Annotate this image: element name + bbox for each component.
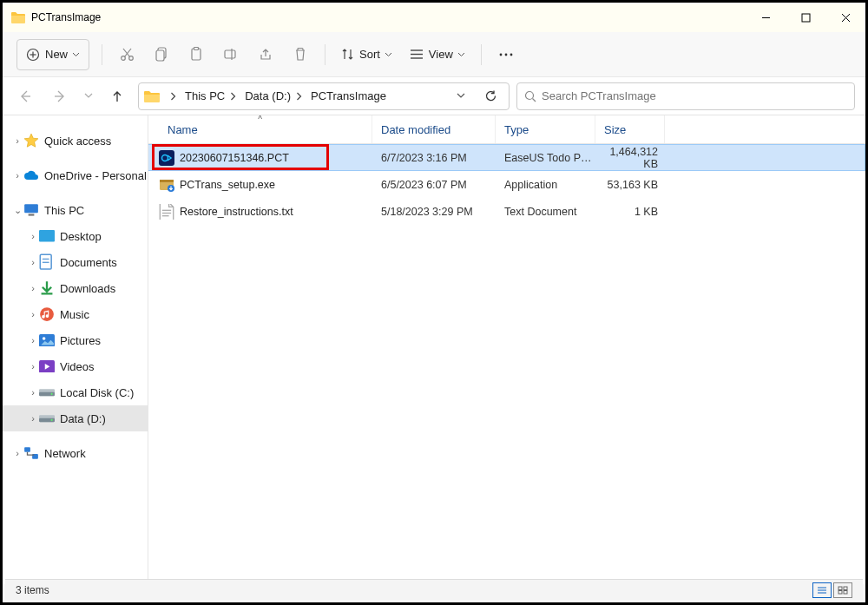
up-button[interactable] (103, 82, 131, 110)
recent-locations-button[interactable] (81, 93, 96, 99)
chevron-right-icon: › (27, 361, 39, 372)
monitor-icon (23, 203, 39, 217)
address-dropdown-button[interactable] (453, 93, 469, 99)
separator (102, 44, 102, 65)
file-size: 1 KB (595, 206, 665, 218)
file-date: 6/7/2023 3:16 PM (372, 152, 496, 164)
breadcrumb-current[interactable]: PCTransImage (309, 89, 388, 102)
share-icon (259, 48, 273, 62)
file-name: 20230607151346.PCT (180, 152, 289, 164)
toolbar: New Sort View (3, 32, 865, 77)
maximize-button[interactable] (786, 3, 825, 32)
icons-view-button[interactable] (833, 582, 852, 598)
more-button[interactable] (489, 39, 523, 70)
svg-rect-1 (802, 14, 810, 22)
separator (325, 44, 326, 65)
column-header-type[interactable]: Type (496, 115, 595, 143)
paste-button[interactable] (179, 39, 214, 70)
column-header-name[interactable]: Name ^ (148, 115, 372, 143)
sidebar-item-data-d[interactable]: › Data (D:) (3, 405, 148, 431)
search-input[interactable] (542, 89, 847, 102)
new-button[interactable]: New (16, 39, 89, 70)
sort-button[interactable]: Sort (332, 39, 401, 70)
window-title: PCTransImage (31, 11, 101, 23)
back-button[interactable] (11, 82, 39, 110)
svg-line-9 (124, 49, 131, 57)
svg-rect-48 (160, 180, 174, 182)
svg-point-20 (499, 53, 502, 56)
file-row[interactable]: Restore_instructions.txt 5/18/2023 3:29 … (148, 198, 865, 225)
svg-rect-43 (24, 447, 30, 452)
column-headers: Name ^ Date modified Type Size (148, 115, 865, 144)
cut-button[interactable] (109, 39, 144, 70)
sidebar-item-network[interactable]: › Network (3, 440, 148, 466)
close-button[interactable] (825, 3, 865, 32)
copy-icon (155, 47, 168, 62)
svg-point-22 (510, 53, 512, 56)
file-type: Application (496, 179, 595, 191)
sidebar-item-local-disk-c[interactable]: › Local Disk (C:) (3, 379, 148, 405)
svg-rect-15 (225, 50, 235, 58)
breadcrumb-chevron[interactable] (163, 92, 183, 101)
refresh-button[interactable] (477, 89, 503, 102)
sidebar-item-documents[interactable]: › Documents (3, 249, 148, 275)
chevron-right-icon: › (11, 170, 23, 181)
txt-file-icon (159, 204, 174, 220)
rename-button[interactable] (214, 39, 248, 70)
ellipsis-icon (498, 52, 514, 57)
svg-point-33 (40, 307, 54, 321)
delete-button[interactable] (283, 39, 318, 70)
share-button[interactable] (248, 39, 283, 70)
sidebar-item-onedrive[interactable]: › OneDrive - Personal (3, 162, 148, 188)
chevron-down-icon (385, 52, 392, 57)
file-size: 53,163 KB (595, 179, 665, 191)
chevron-right-icon: › (27, 309, 39, 319)
breadcrumb-this-pc[interactable]: This PC (183, 89, 243, 102)
minimize-button[interactable] (746, 3, 786, 32)
sidebar-item-downloads[interactable]: › Downloads (3, 275, 148, 301)
chevron-right-icon: › (27, 283, 39, 293)
view-label: View (429, 48, 453, 61)
view-button[interactable]: View (401, 39, 474, 70)
file-date: 6/5/2023 6:07 PM (372, 179, 496, 191)
address-bar[interactable]: This PC Data (D:) PCTransImage (138, 82, 510, 110)
sort-ascending-icon: ^ (258, 115, 262, 124)
file-type: Text Document (496, 206, 595, 218)
sidebar-item-desktop[interactable]: › Desktop (3, 223, 148, 249)
sort-icon (341, 48, 354, 61)
copy-button[interactable] (144, 39, 179, 70)
trash-icon (294, 47, 306, 62)
svg-rect-59 (844, 590, 847, 594)
file-row[interactable]: PCTrans_setup.exe 6/5/2023 6:07 PM Appli… (148, 171, 865, 198)
main: › Quick access › OneDrive - Personal ⌄ T… (3, 115, 865, 584)
chevron-right-icon: › (11, 135, 23, 146)
rename-icon (224, 48, 239, 61)
svg-rect-57 (844, 587, 847, 590)
svg-point-42 (51, 419, 53, 421)
scissors-icon (120, 47, 135, 62)
forward-button[interactable] (46, 82, 74, 110)
column-header-date[interactable]: Date modified (372, 115, 496, 143)
sidebar-item-quick-access[interactable]: › Quick access (3, 128, 148, 154)
separator (481, 44, 482, 65)
clipboard-icon (190, 47, 202, 62)
svg-rect-14 (194, 48, 199, 50)
title-bar: PCTransImage (3, 3, 865, 32)
search-box[interactable] (516, 82, 855, 110)
column-header-size[interactable]: Size (595, 115, 665, 143)
svg-point-35 (43, 337, 46, 340)
svg-rect-27 (24, 204, 38, 213)
file-row[interactable]: 20230607151346.PCT 6/7/2023 3:16 PM Ease… (148, 144, 865, 171)
sidebar-item-music[interactable]: › Music (3, 301, 148, 327)
details-view-button[interactable] (812, 582, 832, 598)
breadcrumb-data-d[interactable]: Data (D:) (243, 89, 309, 102)
svg-rect-29 (39, 230, 55, 242)
folder-icon (144, 89, 160, 103)
sidebar-item-this-pc[interactable]: ⌄ This PC (3, 197, 148, 223)
sidebar-item-pictures[interactable]: › Pictures (3, 327, 148, 353)
view-icon (410, 49, 424, 60)
installer-icon (159, 177, 174, 193)
search-icon (524, 90, 536, 102)
sidebar-item-videos[interactable]: › Videos (3, 353, 148, 379)
chevron-right-icon: › (27, 231, 39, 241)
